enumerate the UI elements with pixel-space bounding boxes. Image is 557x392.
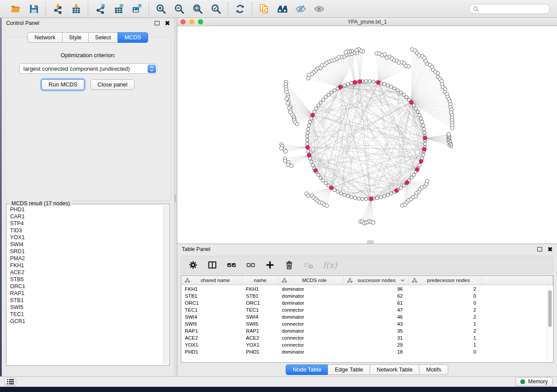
- mcds-result-item[interactable]: ACE2: [7, 269, 162, 276]
- gear-button[interactable]: [188, 260, 198, 270]
- mcds-result-item[interactable]: GCR1: [7, 318, 162, 325]
- column-header-successor-nodes[interactable]: successor nodes: [344, 276, 408, 285]
- table-row[interactable]: PHD1PHD1dominator180: [181, 348, 547, 355]
- mcds-result-item[interactable]: SRD1: [7, 248, 162, 255]
- table-row[interactable]: RAP1RAP1dominator352: [181, 327, 547, 334]
- table-cell: connector: [278, 335, 344, 340]
- criterion-select[interactable]: largest connected component (undirected): [19, 63, 157, 74]
- tab-motifs[interactable]: Motifs: [419, 364, 448, 375]
- mcds-result-item[interactable]: SWI5: [7, 304, 162, 311]
- close-panel-icon[interactable]: ✖: [165, 21, 170, 25]
- table-cell: connector: [278, 342, 344, 347]
- network-graph[interactable]: [177, 26, 556, 244]
- mcds-result-item[interactable]: STB5: [7, 276, 162, 283]
- table-row[interactable]: STB1STB1dominator620: [181, 292, 547, 299]
- mcds-result-item[interactable]: STB1: [7, 297, 162, 304]
- zoom-out-button[interactable]: [173, 3, 185, 15]
- zoom-fit-button[interactable]: [191, 3, 204, 15]
- table-cell: PHD1: [242, 349, 278, 354]
- refresh-button[interactable]: [234, 3, 246, 15]
- float-table-panel-icon[interactable]: [537, 247, 542, 251]
- zoom-window-button[interactable]: [198, 19, 203, 24]
- horizontal-splitter-handle[interactable]: [367, 241, 374, 244]
- table-row[interactable]: ACE2ACE2connector311: [181, 334, 547, 341]
- search-input[interactable]: [481, 5, 550, 12]
- add-column-button[interactable]: [265, 260, 275, 270]
- mcds-list-scrollbar[interactable]: [163, 205, 168, 364]
- export-network-button[interactable]: [94, 3, 106, 15]
- mcds-result-item[interactable]: YOX1: [7, 234, 162, 241]
- show-hide-button[interactable]: [294, 3, 307, 15]
- memory-status-dot: [520, 379, 525, 384]
- close-panel-button[interactable]: Close panel: [90, 79, 135, 90]
- table-row[interactable]: ORC1ORC1dominator610: [181, 299, 547, 306]
- table-scrollbar-thumb[interactable]: [548, 290, 552, 327]
- save-button[interactable]: [28, 3, 40, 15]
- zoom-in-button[interactable]: [155, 3, 167, 15]
- gear-icon: [188, 260, 198, 270]
- split-columns-button[interactable]: [208, 260, 217, 270]
- network-canvas[interactable]: [177, 26, 557, 244]
- mcds-hub-nodes[interactable]: [306, 79, 427, 201]
- tab-node-table[interactable]: Node Table: [286, 364, 329, 375]
- deselect-all-button[interactable]: [246, 260, 256, 270]
- mcds-result-item[interactable]: SWI4: [7, 241, 162, 248]
- memory-button[interactable]: Memory: [515, 377, 553, 386]
- mcds-result-item[interactable]: PHD1: [7, 206, 162, 213]
- mcds-result-item[interactable]: RAP1: [7, 290, 162, 297]
- table-panel-header: Table Panel ✖: [177, 244, 557, 254]
- function-button[interactable]: f(x): [323, 260, 337, 270]
- mcds-result-item[interactable]: TID3: [7, 227, 162, 234]
- close-table-panel-icon[interactable]: ✖: [547, 247, 553, 251]
- table-cell: connector: [278, 307, 344, 313]
- float-panel-icon[interactable]: [155, 21, 159, 25]
- export-table-button[interactable]: [112, 3, 125, 15]
- mcds-result-item[interactable]: CAR1: [7, 213, 162, 220]
- main-toolbar: [0, 0, 557, 18]
- tab-style[interactable]: Style: [62, 32, 89, 43]
- share-document-button[interactable]: [258, 3, 270, 15]
- close-window-button[interactable]: [180, 19, 186, 24]
- mcds-result-item[interactable]: PMA2: [7, 255, 162, 262]
- first-neighbors-button[interactable]: [276, 3, 288, 15]
- table-cell: dominator: [278, 293, 344, 299]
- table-row[interactable]: TEC1TEC1connector472: [181, 306, 547, 313]
- export-image-button[interactable]: [131, 3, 143, 15]
- open-folder-button[interactable]: [9, 3, 21, 15]
- import-table-button[interactable]: [70, 3, 82, 15]
- delete-button[interactable]: [284, 260, 294, 270]
- tab-select[interactable]: Select: [88, 32, 118, 43]
- table-cell: dominator: [278, 300, 344, 306]
- column-header-shared-name[interactable]: shared name: [181, 276, 242, 285]
- vertical-splitter[interactable]: [174, 18, 177, 376]
- criterion-selected-value: largest connected component (undirected): [24, 65, 148, 72]
- minimize-window-button[interactable]: [189, 19, 194, 24]
- table-row[interactable]: YOX1YOX1connector291: [181, 341, 547, 348]
- tab-edge-table[interactable]: Edge Table: [328, 364, 370, 375]
- select-all-button[interactable]: [227, 260, 236, 270]
- table-row[interactable]: SWI4SWI4dominator462: [181, 313, 547, 320]
- mcds-result-item[interactable]: FKH1: [7, 262, 162, 269]
- column-header-predecessor-nodes[interactable]: predecessor nodes: [408, 276, 482, 285]
- column-header-MCDS-role[interactable]: MCDS role: [278, 276, 344, 285]
- tab-network[interactable]: Network: [28, 32, 62, 43]
- mcds-tab-body: Optimization criterion: largest connecte…: [5, 37, 171, 201]
- eye-button[interactable]: [313, 3, 325, 15]
- task-history-button[interactable]: [4, 378, 16, 386]
- search-box[interactable]: [469, 4, 550, 14]
- table-row[interactable]: SWI5SWI5connector431: [181, 320, 547, 327]
- column-header-name[interactable]: name: [242, 276, 278, 285]
- control-panel-title: Control Panel: [6, 20, 39, 26]
- mcds-result-item[interactable]: ORC1: [7, 283, 162, 290]
- table-row[interactable]: FKH1FKH1dominator962: [181, 285, 547, 292]
- delete-column-button[interactable]: [304, 260, 313, 270]
- mcds-result-item[interactable]: STP4: [7, 220, 162, 227]
- first-neighbors-icon: [277, 3, 288, 14]
- tab-network-table[interactable]: Network Table: [370, 364, 419, 375]
- table-scrollbar[interactable]: [547, 285, 553, 362]
- tab-mcds[interactable]: MCDS: [118, 32, 148, 43]
- import-network-button[interactable]: [52, 3, 64, 15]
- zoom-selected-button[interactable]: [210, 3, 222, 15]
- mcds-result-item[interactable]: TEC1: [7, 311, 162, 318]
- run-mcds-button[interactable]: Run MCDS: [42, 79, 84, 90]
